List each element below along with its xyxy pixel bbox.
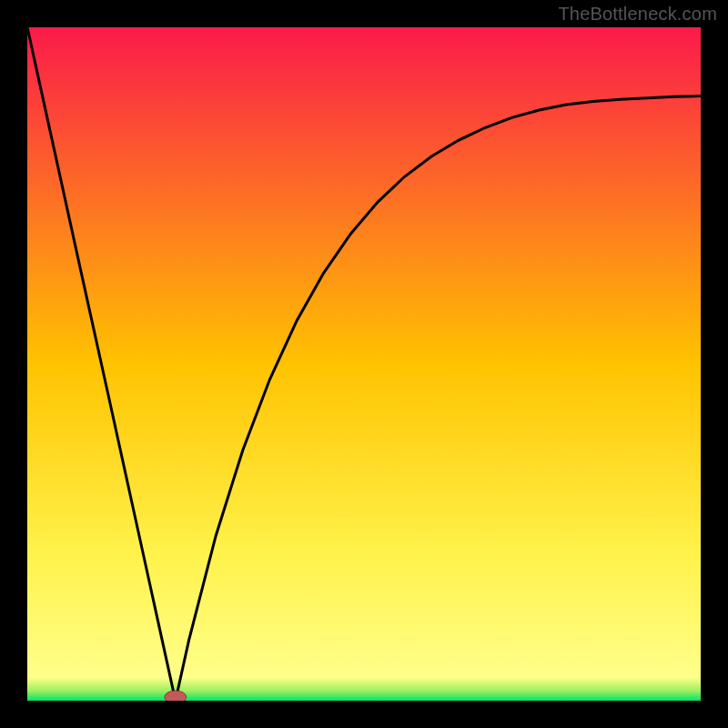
attribution-label: TheBottleneck.com	[558, 4, 717, 25]
chart-frame: TheBottleneck.com	[0, 0, 728, 728]
notch-marker	[165, 691, 187, 701]
gradient-background	[27, 27, 701, 701]
plot-area	[27, 27, 701, 701]
chart-svg	[27, 27, 701, 701]
